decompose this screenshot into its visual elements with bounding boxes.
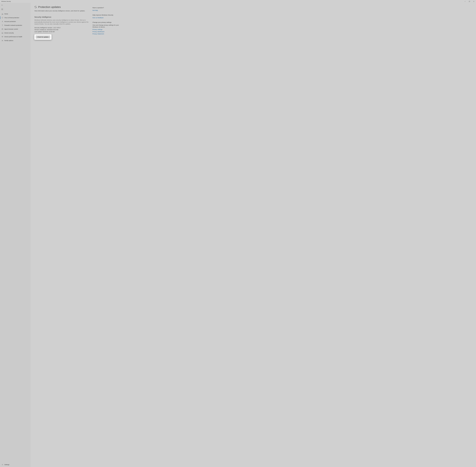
titlebar: Windows Security — [0, 0, 476, 3]
sidebar-item-home[interactable]: Home — [0, 12, 30, 16]
hamburger-button[interactable] — [0, 7, 30, 12]
sidebar-item-label: Virus & threat protection — [4, 17, 19, 18]
maximize-button[interactable] — [467, 0, 472, 3]
sidebar-item-label: App & browser control — [4, 28, 18, 30]
aside-privacy-desc: View and change privacy settings for you… — [93, 24, 121, 28]
version-value: 1.317.476.0 — [53, 27, 60, 28]
svg-rect-12 — [2, 32, 3, 33]
home-icon — [1, 13, 3, 15]
sidebar-item-family[interactable]: Family options — [0, 39, 30, 42]
sidebar-item-settings[interactable]: Settings — [0, 462, 30, 467]
person-icon — [1, 21, 3, 22]
heart-rate-icon — [1, 36, 3, 38]
sidebar-item-performance[interactable]: Device performance & health — [0, 35, 30, 39]
intelligence-details: Security intelligence version: 1.317.476… — [34, 27, 89, 33]
nav-list: Home Virus & threat protection Account p… — [0, 12, 30, 42]
section-heading: Security intelligence — [34, 16, 89, 18]
aside-heading-question: Have a question? — [93, 7, 121, 9]
sidebar-item-label: Account protection — [4, 21, 16, 22]
updated-label: Last update: — [34, 31, 42, 32]
svg-point-8 — [2, 21, 3, 22]
sidebar-item-firewall[interactable]: Firewall & network protection — [0, 23, 30, 27]
svg-line-2 — [473, 1, 474, 2]
svg-point-16 — [2, 465, 2, 465]
aside-improve: Help improve Windows Security Give us fe… — [93, 14, 121, 18]
sidebar-item-virus-threat[interactable]: Virus & threat protection — [0, 16, 30, 20]
gear-icon — [1, 464, 3, 466]
window-title: Windows Security — [1, 1, 11, 2]
aside-heading-privacy: Change your privacy settings — [93, 22, 121, 23]
sidebar-item-account[interactable]: Account protection — [0, 20, 30, 23]
section-desc: Windows Defender Antivirus uses security… — [34, 19, 89, 25]
close-button[interactable] — [472, 0, 476, 3]
nav-top — [0, 3, 30, 12]
app-root: Windows Security — [0, 0, 476, 467]
content: Protection updates View information abou… — [30, 5, 93, 467]
updated-value: 6/2/2020 10:50 AM — [43, 31, 55, 32]
aside: Have a question? Get help Help improve W… — [93, 5, 125, 467]
sidebar-item-label: Device performance & health — [4, 36, 22, 38]
sidebar-spacer — [0, 42, 30, 462]
created-value: 6/2/2020 6:52 AM — [47, 29, 58, 30]
sidebar-item-label: Home — [4, 13, 8, 15]
sidebar-item-label: Family options — [4, 40, 13, 41]
aside-privacy: Change your privacy settings View and ch… — [93, 22, 121, 35]
privacy-settings-link[interactable]: Privacy settings — [93, 29, 121, 30]
privacy-dashboard-link[interactable]: Privacy dashboard — [93, 31, 121, 32]
window-controls — [463, 0, 476, 3]
page-title: Protection updates — [38, 5, 61, 9]
page-title-row: Protection updates — [34, 5, 89, 9]
highlighted-action: Check for updates — [34, 34, 52, 40]
created-label: Version created on: — [34, 29, 47, 30]
refresh-icon — [34, 6, 37, 8]
aside-question: Have a question? Get help — [93, 7, 121, 11]
minimize-button[interactable] — [463, 0, 467, 3]
svg-rect-10 — [2, 29, 3, 30]
updated-row: Last update: 6/2/2020 10:50 AM — [34, 31, 89, 33]
version-row: Security intelligence version: 1.317.476… — [34, 27, 89, 29]
sidebar-item-device-security[interactable]: Device security — [0, 31, 30, 35]
version-label: Security intelligence version: — [34, 27, 53, 28]
svg-point-15 — [2, 40, 3, 41]
check-for-updates-button[interactable]: Check for updates — [36, 36, 50, 39]
feedback-link[interactable]: Give us feedback — [93, 17, 121, 18]
sidebar-item-label: Device security — [4, 32, 14, 34]
sidebar-item-label: Firewall & network protection — [4, 25, 22, 26]
main: Protection updates View information abou… — [30, 3, 476, 467]
network-icon — [1, 25, 3, 26]
app-browser-icon — [1, 28, 3, 30]
sidebar: Home Virus & threat protection Account p… — [0, 3, 30, 467]
aside-heading-improve: Help improve Windows Security — [93, 14, 121, 16]
svg-line-3 — [473, 1, 474, 2]
sidebar-item-app-browser[interactable]: App & browser control — [0, 27, 30, 31]
family-icon — [1, 40, 3, 41]
created-row: Version created on: 6/2/2020 6:52 AM — [34, 29, 89, 31]
get-help-link[interactable]: Get help — [93, 10, 121, 11]
page-subtitle: View information about your security int… — [34, 10, 89, 12]
back-button[interactable] — [0, 3, 30, 7]
svg-point-14 — [2, 40, 2, 40]
shield-icon — [1, 17, 3, 19]
device-icon — [1, 32, 3, 34]
svg-rect-1 — [469, 1, 470, 2]
sidebar-item-label: Settings — [4, 464, 9, 465]
privacy-statement-link[interactable]: Privacy Statement — [93, 33, 121, 35]
body: Home Virus & threat protection Account p… — [0, 3, 476, 467]
